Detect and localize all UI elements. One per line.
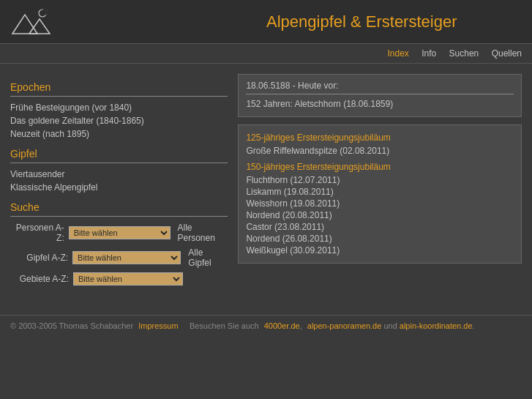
search-row-gipfel: Gipfel A-Z: Bitte wählen Alle Gipfel <box>10 247 228 268</box>
right-column: 18.06.5188 - Heute vor: 152 Jahren: Alet… <box>238 74 522 290</box>
nav-bar: Index Info Suchen Quellen <box>0 44 532 64</box>
epochen-link-1[interactable]: Frühe Besteigungen (vor 1840) <box>10 102 228 113</box>
search-row-personen: Personen A-Z: Bitte wählen Alle Personen <box>10 223 228 243</box>
nav-suchen[interactable]: Suchen <box>449 48 479 59</box>
footer-impressum-link[interactable]: Impressum <box>138 321 178 330</box>
gipfel-title: Gipfel <box>10 148 228 160</box>
logo-area: · · <box>9 6 244 38</box>
footer-link-alpen-panoramen[interactable]: alpen-panoramen.de <box>307 321 382 330</box>
search-label-personen: Personen A-Z: <box>10 223 64 243</box>
search-select-gipfel[interactable]: Bitte wählen <box>72 251 181 264</box>
jubilee-150-entry-5: Castor (23.08.2011) <box>246 222 514 232</box>
all-gipfel-link[interactable]: Alle Gipfel <box>188 247 228 268</box>
svg-text:·: · <box>34 10 34 13</box>
footer: © 2003-2005 Thomas Schabacher Impressum … <box>0 315 532 336</box>
jubilee-box: 125-jähriges Erstersteigungs­jubiläum Gr… <box>238 124 522 264</box>
gipfel-link-1[interactable]: Viertausender <box>10 169 228 179</box>
main-content: Epochen Frühe Besteigungen (vor 1840) Da… <box>0 64 532 300</box>
jubilee-150-entry-4: Nordend (20.08.2011) <box>246 210 514 220</box>
nav-info[interactable]: Info <box>422 48 436 59</box>
search-section: Suche Personen A-Z: Bitte wählen Alle Pe… <box>10 201 228 286</box>
suche-title: Suche <box>10 201 228 213</box>
epochen-link-2[interactable]: Das goldene Zeitalter (1840-1865) <box>10 116 228 126</box>
search-label-gebiete: Gebiete A-Z: <box>10 274 69 284</box>
jubilee-150-entry-6: Nordend (26.08.2011) <box>246 234 514 244</box>
epochen-section: Epochen Frühe Besteigungen (vor 1840) Da… <box>10 81 228 139</box>
search-select-personen[interactable]: Bitte wählen <box>69 226 171 239</box>
footer-copyright: © 2003-2005 Thomas Schabacher <box>10 321 133 330</box>
jubilee-150-entry-1: Fluchthorn (12.07.2011) <box>246 175 514 185</box>
site-title: Alpengipfel & Erstersteiger <box>244 12 480 31</box>
search-label-gipfel: Gipfel A-Z: <box>10 253 68 263</box>
search-row-gebiete: Gebiete A-Z: Bitte wählen <box>10 272 228 286</box>
logo-icon: · · <box>9 6 53 38</box>
jubilee-125-title: 125-jähriges Erstersteigungs­jubiläum <box>246 133 514 143</box>
all-personen-link[interactable]: Alle Personen <box>178 223 228 243</box>
today-box-divider <box>246 94 514 94</box>
epochen-divider <box>10 96 228 97</box>
jubilee-150-entry-3: Weisshorn (19.08.2011) <box>246 198 514 209</box>
svg-point-3 <box>41 10 47 15</box>
footer-visit-text: Besuchen Sie auch <box>190 321 259 330</box>
jubilee-150-entry-2: Liskamm (19.08.2011) <box>246 187 514 197</box>
nav-index[interactable]: Index <box>388 48 409 59</box>
epochen-link-3[interactable]: Neuzeit (nach 1895) <box>10 129 228 139</box>
footer-link-alpin-koordinaten[interactable]: alpin-koordinaten.de <box>400 321 473 330</box>
jubilee-125-entry-1: Große Riffelwandspitze (02.08.2011) <box>246 146 514 156</box>
left-column: Epochen Frühe Besteigungen (vor 1840) Da… <box>10 74 228 290</box>
suche-divider <box>10 216 228 217</box>
svg-marker-0 <box>12 15 37 34</box>
jubilee-150-entry-7: Weißkugel (30.09.2011) <box>246 245 514 256</box>
svg-text:·: · <box>47 8 48 12</box>
nav-quellen[interactable]: Quellen <box>492 48 522 59</box>
header: · · Alpengipfel & Erstersteiger <box>0 0 532 44</box>
gipfel-link-2[interactable]: Klassische Alpengipfel <box>10 182 228 193</box>
footer-und: und <box>383 321 399 330</box>
gipfel-section: Gipfel Viertausender Klassische Alpengip… <box>10 148 228 193</box>
today-entry-1: 152 Jahren: Aletschhorn (18.06.1859) <box>246 99 514 109</box>
today-box: 18.06.5188 - Heute vor: 152 Jahren: Alet… <box>238 74 522 117</box>
gipfel-divider <box>10 163 228 163</box>
today-box-title: 18.06.5188 - Heute vor: <box>246 81 514 91</box>
jubilee-150-title: 150-jähriges Erstersteigungs­jubiläum <box>246 162 514 172</box>
search-select-gebiete[interactable]: Bitte wählen <box>73 272 183 286</box>
footer-link-4000er[interactable]: 4000er.de <box>264 321 300 330</box>
epochen-title: Epochen <box>10 81 228 93</box>
